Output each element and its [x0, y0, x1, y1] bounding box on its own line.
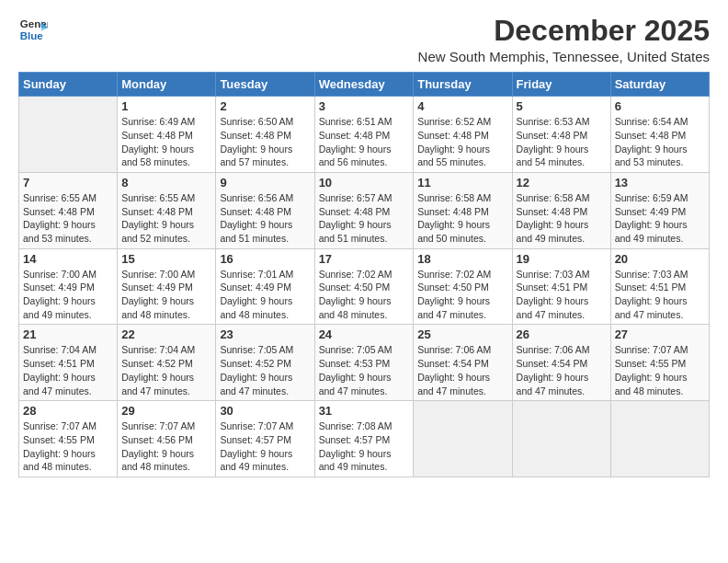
- table-row: 9Sunrise: 6:56 AM Sunset: 4:48 PM Daylig…: [216, 172, 314, 248]
- day-number: 3: [319, 99, 410, 113]
- page-container: General Blue December 2025 New South Mem…: [0, 0, 728, 487]
- day-number: 5: [517, 99, 607, 113]
- table-row: 26Sunrise: 7:06 AM Sunset: 4:54 PM Dayli…: [512, 325, 610, 401]
- table-row: 28Sunrise: 7:07 AM Sunset: 4:55 PM Dayli…: [19, 401, 118, 477]
- col-wednesday: Wednesday: [314, 73, 414, 97]
- day-info: Sunrise: 6:56 AM Sunset: 4:48 PM Dayligh…: [220, 191, 310, 246]
- table-row: 25Sunrise: 7:06 AM Sunset: 4:54 PM Dayli…: [414, 325, 512, 401]
- day-info: Sunrise: 7:07 AM Sunset: 4:55 PM Dayligh…: [615, 343, 705, 397]
- logo-icon: General Blue: [18, 15, 48, 44]
- day-number: 30: [220, 404, 310, 418]
- day-info: Sunrise: 7:04 AM Sunset: 4:51 PM Dayligh…: [23, 343, 113, 397]
- table-row: 30Sunrise: 7:07 AM Sunset: 4:57 PM Dayli…: [216, 401, 314, 477]
- header: General Blue December 2025 New South Mem…: [18, 15, 710, 64]
- day-number: 6: [615, 99, 705, 113]
- day-info: Sunrise: 7:06 AM Sunset: 4:54 PM Dayligh…: [517, 343, 607, 397]
- day-number: 9: [220, 176, 310, 190]
- day-info: Sunrise: 7:06 AM Sunset: 4:54 PM Dayligh…: [417, 343, 507, 397]
- day-info: Sunrise: 6:58 AM Sunset: 4:48 PM Dayligh…: [417, 191, 507, 246]
- table-row: [610, 401, 709, 477]
- day-info: Sunrise: 7:03 AM Sunset: 4:51 PM Dayligh…: [615, 268, 705, 322]
- day-info: Sunrise: 6:59 AM Sunset: 4:49 PM Dayligh…: [615, 191, 705, 246]
- day-info: Sunrise: 7:03 AM Sunset: 4:51 PM Dayligh…: [517, 268, 607, 322]
- calendar-week-row: 21Sunrise: 7:04 AM Sunset: 4:51 PM Dayli…: [19, 325, 710, 401]
- col-monday: Monday: [118, 73, 216, 97]
- calendar-week-row: 14Sunrise: 7:00 AM Sunset: 4:49 PM Dayli…: [19, 248, 710, 325]
- table-row: 3Sunrise: 6:51 AM Sunset: 4:48 PM Daylig…: [314, 97, 414, 173]
- day-number: 19: [517, 252, 607, 266]
- table-row: [19, 97, 118, 173]
- calendar-week-row: 1Sunrise: 6:49 AM Sunset: 4:48 PM Daylig…: [19, 97, 710, 173]
- logo: General Blue: [18, 15, 48, 44]
- day-info: Sunrise: 6:51 AM Sunset: 4:48 PM Dayligh…: [319, 115, 410, 169]
- day-info: Sunrise: 6:52 AM Sunset: 4:48 PM Dayligh…: [417, 115, 507, 169]
- day-number: 18: [417, 252, 507, 266]
- day-info: Sunrise: 7:07 AM Sunset: 4:56 PM Dayligh…: [121, 419, 211, 474]
- day-info: Sunrise: 7:02 AM Sunset: 4:50 PM Dayligh…: [417, 268, 507, 322]
- day-info: Sunrise: 7:07 AM Sunset: 4:55 PM Dayligh…: [23, 419, 113, 474]
- table-row: 23Sunrise: 7:05 AM Sunset: 4:52 PM Dayli…: [216, 325, 314, 401]
- calendar-week-row: 7Sunrise: 6:55 AM Sunset: 4:48 PM Daylig…: [19, 172, 710, 248]
- day-number: 2: [220, 99, 310, 113]
- day-info: Sunrise: 7:01 AM Sunset: 4:49 PM Dayligh…: [220, 268, 310, 322]
- day-number: 27: [615, 327, 705, 341]
- day-info: Sunrise: 6:53 AM Sunset: 4:48 PM Dayligh…: [517, 115, 607, 169]
- day-info: Sunrise: 6:58 AM Sunset: 4:48 PM Dayligh…: [517, 191, 607, 246]
- table-row: 21Sunrise: 7:04 AM Sunset: 4:51 PM Dayli…: [19, 325, 118, 401]
- title-block: December 2025 New South Memphis, Tenness…: [418, 15, 710, 64]
- day-number: 21: [23, 327, 113, 341]
- day-number: 26: [517, 327, 607, 341]
- day-number: 12: [517, 176, 607, 190]
- day-number: 28: [23, 404, 113, 418]
- col-saturday: Saturday: [610, 73, 709, 97]
- day-number: 13: [615, 176, 705, 190]
- day-number: 16: [220, 252, 310, 266]
- table-row: 1Sunrise: 6:49 AM Sunset: 4:48 PM Daylig…: [118, 97, 216, 173]
- day-number: 29: [121, 404, 211, 418]
- day-number: 24: [319, 327, 410, 341]
- table-row: 31Sunrise: 7:08 AM Sunset: 4:57 PM Dayli…: [314, 401, 414, 477]
- day-number: 23: [220, 327, 310, 341]
- table-row: 5Sunrise: 6:53 AM Sunset: 4:48 PM Daylig…: [512, 97, 610, 173]
- table-row: 22Sunrise: 7:04 AM Sunset: 4:52 PM Dayli…: [118, 325, 216, 401]
- table-row: [414, 401, 512, 477]
- day-info: Sunrise: 7:00 AM Sunset: 4:49 PM Dayligh…: [121, 268, 211, 322]
- main-title: December 2025: [418, 15, 710, 47]
- day-number: 22: [121, 327, 211, 341]
- day-info: Sunrise: 7:00 AM Sunset: 4:49 PM Dayligh…: [23, 268, 113, 322]
- table-row: 18Sunrise: 7:02 AM Sunset: 4:50 PM Dayli…: [414, 248, 512, 325]
- table-row: 6Sunrise: 6:54 AM Sunset: 4:48 PM Daylig…: [610, 97, 709, 173]
- table-row: 12Sunrise: 6:58 AM Sunset: 4:48 PM Dayli…: [512, 172, 610, 248]
- day-info: Sunrise: 6:50 AM Sunset: 4:48 PM Dayligh…: [220, 115, 310, 169]
- table-row: 29Sunrise: 7:07 AM Sunset: 4:56 PM Dayli…: [118, 401, 216, 477]
- calendar-header-row: Sunday Monday Tuesday Wednesday Thursday…: [19, 73, 710, 97]
- day-info: Sunrise: 7:07 AM Sunset: 4:57 PM Dayligh…: [220, 419, 310, 474]
- day-info: Sunrise: 6:49 AM Sunset: 4:48 PM Dayligh…: [121, 115, 211, 169]
- table-row: 8Sunrise: 6:55 AM Sunset: 4:48 PM Daylig…: [118, 172, 216, 248]
- table-row: 7Sunrise: 6:55 AM Sunset: 4:48 PM Daylig…: [19, 172, 118, 248]
- table-row: 17Sunrise: 7:02 AM Sunset: 4:50 PM Dayli…: [314, 248, 414, 325]
- day-number: 17: [319, 252, 410, 266]
- day-info: Sunrise: 6:57 AM Sunset: 4:48 PM Dayligh…: [319, 191, 410, 246]
- col-sunday: Sunday: [19, 73, 118, 97]
- day-number: 1: [121, 99, 211, 113]
- table-row: 24Sunrise: 7:05 AM Sunset: 4:53 PM Dayli…: [314, 325, 414, 401]
- day-number: 10: [319, 176, 410, 190]
- calendar-week-row: 28Sunrise: 7:07 AM Sunset: 4:55 PM Dayli…: [19, 401, 710, 477]
- table-row: 4Sunrise: 6:52 AM Sunset: 4:48 PM Daylig…: [414, 97, 512, 173]
- day-info: Sunrise: 7:05 AM Sunset: 4:53 PM Dayligh…: [319, 343, 410, 397]
- table-row: 20Sunrise: 7:03 AM Sunset: 4:51 PM Dayli…: [610, 248, 709, 325]
- day-info: Sunrise: 7:04 AM Sunset: 4:52 PM Dayligh…: [121, 343, 211, 397]
- subtitle: New South Memphis, Tennessee, United Sta…: [418, 49, 710, 64]
- day-number: 15: [121, 252, 211, 266]
- table-row: 16Sunrise: 7:01 AM Sunset: 4:49 PM Dayli…: [216, 248, 314, 325]
- day-info: Sunrise: 7:08 AM Sunset: 4:57 PM Dayligh…: [319, 419, 410, 474]
- day-number: 20: [615, 252, 705, 266]
- day-number: 25: [417, 327, 507, 341]
- col-thursday: Thursday: [414, 73, 512, 97]
- day-number: 11: [417, 176, 507, 190]
- day-info: Sunrise: 6:54 AM Sunset: 4:48 PM Dayligh…: [615, 115, 705, 169]
- table-row: 10Sunrise: 6:57 AM Sunset: 4:48 PM Dayli…: [314, 172, 414, 248]
- day-info: Sunrise: 7:02 AM Sunset: 4:50 PM Dayligh…: [319, 268, 410, 322]
- col-tuesday: Tuesday: [216, 73, 314, 97]
